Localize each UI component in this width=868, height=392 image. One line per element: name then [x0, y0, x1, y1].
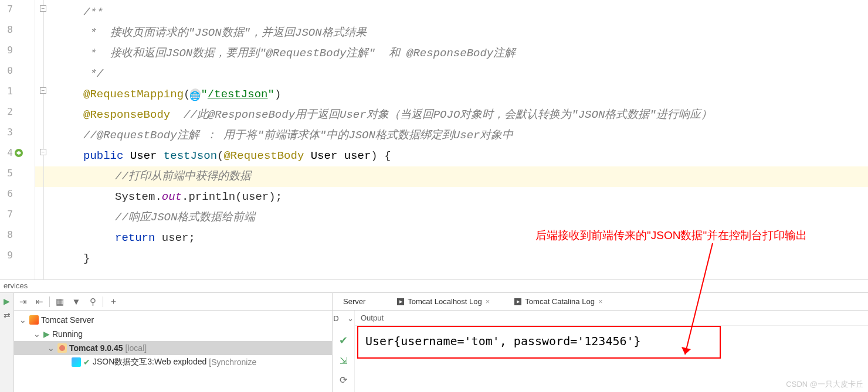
line-number: 7 [0, 209, 13, 220]
tree-label: JSON数据交互3:Web exploded [93, 357, 206, 367]
type-user: User [130, 149, 157, 162]
paren: ) [274, 88, 281, 101]
brace-close: } [83, 252, 90, 265]
tree-toolbar: ⇥ ⇤ ▦ ▼ ⚲ ＋ [14, 293, 332, 311]
log-icon [514, 298, 521, 305]
keyword-return: return [115, 231, 155, 244]
line-number: 8 [0, 229, 13, 240]
line-number: 0 [0, 65, 13, 76]
tree-row-tomcat-server[interactable]: ⌄ Tomcat Server [14, 313, 332, 327]
services-toolwindow-title: ervices [0, 280, 868, 293]
close-icon[interactable]: × [598, 297, 603, 306]
line-comment: //此@ResponseBody用于返回User对象（当返回POJO对象时，会默… [170, 108, 711, 121]
brace: { [378, 149, 391, 162]
run-icon[interactable]: ▶ [2, 296, 12, 306]
line-number: 9 [0, 45, 13, 56]
output-panel: Server Tomcat Localhost Log× Tomcat Cata… [333, 293, 868, 392]
fold-toggle[interactable]: − [40, 5, 46, 12]
tree-row-server-instance[interactable]: ⌄ Tomcat 9.0.45 [local] [14, 341, 332, 355]
gutter: 7 8 9 0 1 2 3 4 5 6 7 8 9 [0, 0, 35, 279]
tomcat-icon [57, 343, 67, 353]
filter-icon[interactable]: ▼ [70, 295, 83, 308]
tree-row-running[interactable]: ⌄ ▶ Running [14, 327, 332, 341]
check-icon: ✔ [83, 357, 90, 367]
annotation-requestmapping: @RequestMapping [83, 88, 184, 101]
string-literal: "/testJson" [201, 88, 274, 101]
output-main: Server Tomcat Localhost Log× Tomcat Cata… [333, 293, 868, 392]
javadoc-close: */ [83, 67, 103, 80]
tab-server[interactable]: Server [338, 293, 370, 310]
spring-gutter-icon[interactable] [14, 148, 23, 158]
line-number: 3 [0, 127, 13, 138]
output-subheader: Output [355, 311, 868, 326]
annotation-text: 后端接收到前端传来的"JSON数据"并在控制台打印输出 [535, 228, 807, 243]
line-comment: //打印从前端中获得的数据 [115, 170, 251, 183]
check-icon[interactable]: ✔ [339, 334, 348, 347]
fold-toggle[interactable]: − [40, 149, 46, 155]
annotation-requestbody: @RequestBody [223, 149, 304, 162]
code-text: user; [155, 231, 195, 244]
d-label: D [333, 314, 338, 323]
fold-toggle[interactable]: − [40, 87, 46, 94]
annotation-highlight-box [357, 326, 721, 359]
param-type: User [311, 149, 338, 162]
close-icon[interactable]: × [486, 297, 490, 306]
fold-guide [43, 0, 44, 280]
tree-row-deployment[interactable]: ✔ JSON数据交互3:Web exploded [Synchronize [14, 355, 332, 369]
field-out: out [162, 190, 182, 203]
log-icon [397, 298, 404, 305]
tab-localhost-log[interactable]: Tomcat Localhost Log× [392, 293, 494, 310]
line-number: 9 [0, 250, 13, 261]
output-tool-icon[interactable]: ⟳ [340, 374, 347, 386]
url-link[interactable]: /testJson [208, 88, 268, 101]
chevron-down-icon[interactable]: ⌄ [19, 315, 27, 325]
tab-catalina-log[interactable]: Tomcat Catalina Log× [510, 293, 607, 310]
tab-label: Tomcat Catalina Log [525, 297, 595, 306]
tree-tool-icon[interactable]: ⇄ [2, 311, 12, 320]
line-number: 6 [0, 188, 13, 199]
line-number: 7 [0, 4, 13, 15]
tree-label-suffix: [local] [126, 343, 147, 353]
annotation-responsebody: @ResponseBody [83, 108, 170, 121]
code-text: System. [115, 190, 162, 203]
param-name: user [344, 149, 371, 162]
tree-label: Tomcat 9.0.45 [69, 343, 123, 353]
add-icon[interactable]: ＋ [107, 295, 120, 308]
redeploy-icon[interactable]: ⇲ [340, 355, 347, 366]
line-number: 2 [0, 106, 13, 117]
thumbtack-icon[interactable]: ⚲ [86, 295, 99, 308]
line-number: 8 [0, 24, 13, 35]
output-tabs: Server Tomcat Localhost Log× Tomcat Cata… [333, 293, 868, 311]
keyword-public: public [83, 149, 123, 162]
services-tree[interactable]: ⌄ Tomcat Server ⌄ ▶ Running ⌄ Tomcat 9.0… [14, 311, 332, 392]
tree-label-suffix: [Synchronize [209, 357, 256, 367]
services-tree-panel: ⇥ ⇤ ▦ ▼ ⚲ ＋ ⌄ Tomcat Server ⌄ ▶ Running … [14, 293, 333, 392]
chevron-down-icon[interactable]: ⌄ [347, 314, 354, 323]
earth-icon[interactable] [190, 88, 201, 99]
deployment-icon [72, 357, 81, 367]
javadoc-line: * 接收页面请求的"JSON数据"，并返回JSON格式结果 [83, 26, 367, 39]
output-label: Output [361, 313, 384, 322]
line-comment: //响应JSON格式数据给前端 [115, 211, 255, 224]
lower-panels: ▶ ⇄ ⇥ ⇤ ▦ ▼ ⚲ ＋ ⌄ Tomcat Server ⌄ ▶ Runn… [0, 293, 868, 392]
left-tool-strip: ▶ ⇄ [0, 293, 14, 392]
line-comment: //@RequestBody注解 ： 用于将"前端请求体"中的JSON格式数据绑… [83, 129, 513, 142]
javadoc-open: /** [83, 6, 103, 19]
tab-label: Server [343, 297, 365, 306]
expand-all-icon[interactable]: ⇥ [16, 295, 29, 308]
method-name: testJson [164, 149, 217, 162]
watermark: CSDN @一只大皮卡丘 [786, 379, 863, 390]
line-number: 1 [0, 86, 13, 97]
line-number: 5 [0, 168, 13, 179]
toolbar-separator [103, 296, 103, 307]
tab-label: Tomcat Localhost Log [408, 297, 482, 306]
line-number: 4 [0, 147, 13, 158]
javadoc-line: * 接收和返回JSON数据，要用到"@RequestBody注解" 和 @Res… [83, 47, 516, 60]
fold-column: − − − [35, 0, 59, 392]
code-text: .println(user); [182, 190, 282, 203]
